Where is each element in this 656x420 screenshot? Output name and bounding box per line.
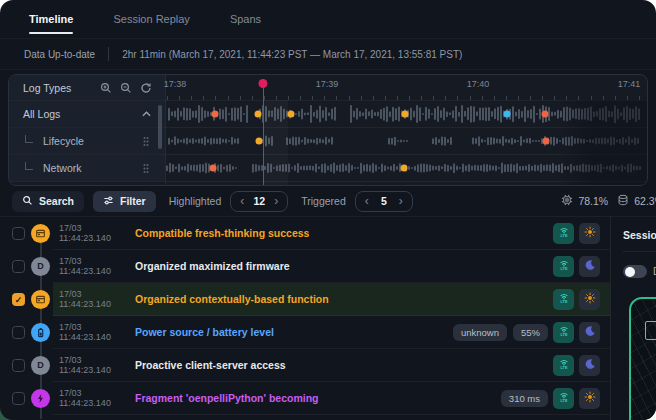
- waveform-bar: [389, 111, 391, 117]
- lte-signal-button[interactable]: LTE: [553, 355, 574, 376]
- light-theme-button[interactable]: [579, 223, 600, 244]
- waveform-bar: [611, 111, 613, 117]
- chevron-up-icon[interactable]: [139, 111, 153, 117]
- lte-signal-button[interactable]: LTE: [553, 322, 574, 343]
- waveform-bar: [423, 164, 425, 173]
- event-marker[interactable]: [288, 111, 295, 118]
- prev-icon[interactable]: ‹: [240, 195, 244, 207]
- waveform-lifecycle[interactable]: [165, 128, 647, 154]
- waveform-bar: [380, 109, 382, 119]
- waveform-bar: [535, 140, 537, 142]
- filter-button[interactable]: Filter: [93, 191, 156, 212]
- event-marker[interactable]: [212, 111, 219, 118]
- event-marker[interactable]: [256, 138, 263, 145]
- tab-timeline[interactable]: Timeline: [29, 0, 73, 38]
- waveform-bar: [186, 138, 188, 145]
- waveform-bar: [180, 139, 182, 142]
- waveform-bar: [422, 113, 424, 115]
- waveform-bar: [629, 108, 631, 120]
- waveform-bar: [420, 164, 422, 173]
- tab-spans[interactable]: Spans: [230, 0, 261, 38]
- row-checkbox[interactable]: ✓: [12, 293, 25, 306]
- toggle-knob[interactable]: [625, 267, 635, 277]
- waveform-bar: [234, 139, 236, 144]
- waveform-bar: [178, 163, 180, 172]
- event-marker[interactable]: [401, 165, 408, 172]
- waveform-bar: [518, 109, 520, 119]
- waveform-bar: [580, 138, 582, 143]
- row-checkbox[interactable]: [12, 227, 25, 240]
- waveform-bar: [394, 137, 396, 146]
- drag-handle-icon[interactable]: [139, 136, 153, 147]
- next-icon[interactable]: ›: [399, 195, 403, 207]
- zoom-in-icon[interactable]: [99, 82, 113, 94]
- waveform-all-logs[interactable]: [165, 101, 647, 127]
- event-marker[interactable]: [402, 111, 409, 118]
- sun-icon: [584, 292, 596, 307]
- light-theme-button[interactable]: [579, 388, 600, 409]
- light-theme-button[interactable]: [579, 289, 600, 310]
- lte-signal-button[interactable]: LTE: [553, 223, 574, 244]
- waveform-bar: [189, 108, 191, 120]
- waveform-bar: [450, 137, 452, 145]
- log-row[interactable]: D17/03 11:44:23.140Proactive client-serv…: [0, 349, 610, 382]
- log-row[interactable]: 17/03 11:44:23.140Fragment 'oenpelliPyth…: [0, 382, 610, 415]
- waveform-bar: [585, 164, 587, 172]
- waveform-bar: [381, 163, 383, 172]
- track-all-logs[interactable]: All Logs: [9, 101, 165, 127]
- log-row[interactable]: D17/03 11:44:23.140Organized maximized f…: [0, 250, 610, 283]
- drag-handle-icon[interactable]: [139, 163, 153, 174]
- search-button[interactable]: Search: [12, 191, 84, 212]
- lte-signal-button[interactable]: LTE: [553, 289, 574, 310]
- refresh-icon[interactable]: [139, 82, 153, 94]
- waveform-bar: [570, 164, 572, 173]
- waveform-bar: [301, 109, 303, 120]
- lte-signal-button[interactable]: LTE: [553, 388, 574, 409]
- log-row-main: 17/03 11:44:23.140Power source / battery…: [53, 316, 610, 349]
- log-row[interactable]: 17/03 11:44:23.140Compatible fresh-think…: [0, 217, 610, 250]
- waveform-bar: [607, 139, 609, 144]
- waveform-bar: [491, 111, 493, 117]
- waveform-bar: [362, 112, 364, 116]
- dark-mode-toggle[interactable]: [623, 265, 647, 278]
- waveform-bar: [441, 137, 443, 146]
- ruler-tick: [627, 96, 628, 100]
- waveform-network[interactable]: [165, 155, 647, 181]
- time-ruler[interactable]: 17:3817:3917:4017:41: [165, 75, 647, 100]
- log-row[interactable]: 17/03 11:44:23.140Power source / battery…: [0, 316, 610, 349]
- triggered-label: Triggered: [301, 195, 346, 207]
- dark-theme-button[interactable]: [579, 355, 600, 376]
- event-marker[interactable]: [543, 138, 550, 145]
- waveform-bar: [597, 164, 599, 172]
- waveform-bar: [560, 111, 562, 118]
- row-checkbox[interactable]: [12, 326, 25, 339]
- waveform-bar: [481, 139, 483, 143]
- app-window-icon: [31, 224, 50, 243]
- vertical-scrollbar[interactable]: [158, 105, 162, 149]
- waveform-bar: [558, 164, 560, 172]
- playhead[interactable]: [263, 79, 265, 185]
- waveform-bar: [562, 137, 564, 144]
- prev-icon[interactable]: ‹: [365, 195, 369, 207]
- waveform-bar: [622, 137, 624, 145]
- log-row[interactable]: ✓17/03 11:44:23.140Organized contextuall…: [0, 283, 610, 316]
- lte-signal-button[interactable]: LTE: [553, 256, 574, 277]
- waveform-bar: [180, 111, 182, 117]
- event-marker[interactable]: [210, 165, 217, 172]
- zoom-out-icon[interactable]: [119, 82, 133, 94]
- lte-icon: LTE: [558, 390, 570, 406]
- tab-session-replay[interactable]: Session Replay: [113, 0, 189, 38]
- dark-theme-button[interactable]: [579, 256, 600, 277]
- next-icon[interactable]: ›: [274, 195, 278, 207]
- row-checkbox[interactable]: [12, 392, 25, 405]
- row-checkbox[interactable]: [12, 260, 25, 273]
- track-lifecycle[interactable]: Lifecycle: [9, 128, 165, 154]
- waveform-bar: [406, 140, 408, 142]
- row-checkbox[interactable]: [12, 359, 25, 372]
- event-marker[interactable]: [542, 111, 549, 118]
- dark-theme-button[interactable]: [579, 322, 600, 343]
- event-marker[interactable]: [504, 111, 511, 118]
- event-marker[interactable]: [255, 111, 262, 118]
- track-network[interactable]: Network: [9, 155, 165, 181]
- playhead-dot[interactable]: [259, 79, 268, 88]
